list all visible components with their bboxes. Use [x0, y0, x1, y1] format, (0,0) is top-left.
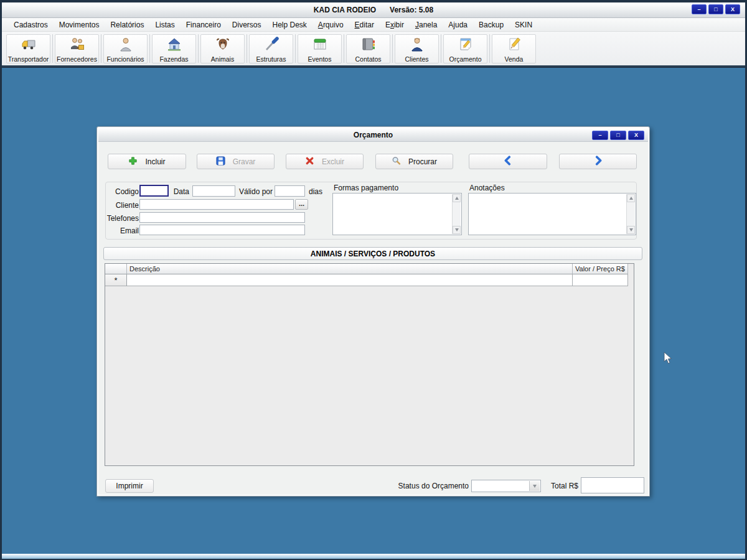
menu-item-cadastros[interactable]: Cadastros [8, 19, 54, 31]
cliente-input[interactable] [139, 199, 294, 210]
toolbar-button-animais[interactable]: Animais [200, 34, 245, 63]
budget-titlebar: Orçamento – □ X [98, 128, 648, 142]
menu-item-janela[interactable]: Janela [410, 19, 443, 31]
dias-label: dias [309, 187, 322, 196]
chevron-right-icon [593, 155, 604, 168]
toolbar-button-transportador[interactable]: Transportador [6, 34, 50, 63]
budget-maximize-button[interactable]: □ [610, 131, 626, 140]
section-title-bar: ANIMAIS / SERVIÇOS / PRODUTOS [103, 247, 642, 260]
previous-record-button[interactable] [469, 154, 547, 169]
main-titlebar: KAD CIA RODEIO Versão: 5.08 – □ X [2, 2, 745, 18]
red-x-icon [305, 156, 314, 167]
toolbar-separator [149, 34, 150, 63]
menu-item-arquivo[interactable]: Arquivo [312, 19, 349, 31]
status-orcamento-label: Status do Orçamento [371, 482, 469, 490]
bottom-status-strip [2, 554, 745, 559]
menu-item-relatorios[interactable]: Relatórios [105, 19, 149, 31]
formas-pagamento-label: Formas pagamento [334, 184, 398, 192]
incluir-button[interactable]: Incluir [108, 154, 186, 169]
gravar-button[interactable]: Gravar [197, 154, 275, 169]
valido-por-input[interactable] [275, 185, 305, 197]
scroll-down-icon[interactable] [453, 226, 461, 234]
toolbar-separator [392, 34, 393, 63]
budget-close-button[interactable]: X [628, 131, 644, 140]
main-window-controls: – □ X [692, 4, 740, 14]
toolbar-button-fornecedores[interactable]: Fornecedores [55, 34, 99, 63]
anotacoes-label: Anotações [469, 184, 505, 192]
excluir-button[interactable]: Excluir [286, 154, 364, 169]
total-input[interactable] [581, 477, 644, 493]
main-toolbar: Transportador Fornecedores Funcionários … [2, 32, 745, 67]
toolbar-button-eventos[interactable]: Eventos [298, 34, 342, 63]
toolbar-button-venda[interactable]: Venda [492, 34, 536, 63]
grid-column-valor[interactable]: Valor / Preço R$ [573, 264, 628, 274]
plus-icon [128, 156, 138, 167]
screwdriver-icon [263, 36, 280, 55]
email-label: Email [102, 226, 139, 235]
formas-pagamento-textarea[interactable] [332, 193, 462, 235]
budget-window-title: Orçamento [354, 131, 393, 139]
total-label: Total R$ [544, 482, 578, 490]
toolbar-button-fazendas[interactable]: Fazendas [152, 34, 196, 63]
menu-item-movimentos[interactable]: Movimentos [54, 19, 105, 31]
maximize-button[interactable]: □ [708, 4, 723, 14]
grid-new-row-cell-valor[interactable] [573, 274, 628, 286]
toolbar-separator [295, 34, 296, 63]
grid-new-row-cell-descricao[interactable] [127, 274, 573, 286]
cliente-browse-button[interactable]: ... [295, 199, 308, 210]
minimize-button[interactable]: – [692, 4, 707, 14]
menu-item-exibir[interactable]: Exibir [380, 19, 410, 31]
toolbar-separator [247, 34, 247, 63]
floppy-icon [216, 156, 225, 167]
menu-item-listas[interactable]: Listas [149, 19, 180, 31]
menu-item-help-desk[interactable]: Help Desk [267, 19, 312, 31]
combo-dropdown-button[interactable] [529, 481, 540, 491]
anotacoes-scrollbar[interactable] [626, 194, 635, 234]
imprimir-button[interactable]: Imprimir [105, 479, 154, 493]
grid-column-descricao[interactable]: Descrição [127, 264, 573, 274]
menu-item-diversos[interactable]: Diversos [227, 19, 267, 31]
chevron-down-icon [533, 485, 537, 488]
budget-minimize-button[interactable]: – [592, 131, 608, 140]
toolbar-separator [198, 34, 199, 63]
budget-note-icon [458, 36, 474, 55]
codigo-label: Codigo [102, 187, 139, 196]
toolbar-separator [489, 34, 490, 63]
grid-new-row-marker[interactable]: * [105, 274, 127, 286]
scroll-up-icon[interactable] [627, 194, 635, 202]
procurar-button[interactable]: Procurar [375, 154, 453, 169]
menu-bar: Cadastros Movimentos Relatórios Listas F… [2, 18, 745, 32]
menu-item-ajuda[interactable]: Ajuda [443, 19, 473, 31]
grid-corner-header [105, 264, 127, 274]
farm-house-icon [166, 36, 182, 55]
chevron-left-icon [502, 155, 514, 168]
menu-item-financeiro[interactable]: Financeiro [181, 19, 227, 31]
cliente-label: Cliente [102, 201, 139, 210]
budget-window-controls: – □ X [592, 131, 644, 140]
toolbar-separator [441, 34, 441, 63]
menu-item-skin[interactable]: SKIN [509, 19, 538, 31]
valido-por-label: Válido por [228, 187, 273, 196]
menu-item-editar[interactable]: Editar [349, 19, 380, 31]
next-record-button[interactable] [559, 154, 637, 169]
toolbar-button-orcamento[interactable]: Orçamento [443, 34, 487, 63]
telefones-input[interactable] [139, 212, 305, 223]
anotacoes-textarea[interactable] [468, 193, 636, 235]
toolbar-button-estruturas[interactable]: Estruturas [249, 34, 293, 63]
truck-icon [21, 36, 37, 55]
suppliers-icon [69, 36, 85, 55]
toolbar-button-contatos[interactable]: Contatos [346, 34, 390, 63]
magnifier-icon [392, 156, 401, 167]
toolbar-button-funcionarios[interactable]: Funcionários [103, 34, 148, 63]
scroll-down-icon[interactable] [627, 226, 635, 234]
mouse-cursor [664, 352, 672, 365]
section-title: ANIMAIS / SERVIÇOS / PRODUTOS [311, 250, 435, 258]
menu-item-backup[interactable]: Backup [473, 19, 509, 31]
calendar-icon [312, 36, 328, 55]
status-orcamento-combobox[interactable] [471, 480, 541, 492]
scroll-up-icon[interactable] [453, 194, 461, 202]
email-input[interactable] [139, 225, 305, 235]
formas-pagamento-scrollbar[interactable] [452, 194, 461, 234]
toolbar-button-clientes[interactable]: Clientes [395, 34, 439, 63]
close-button[interactable]: X [725, 4, 740, 14]
